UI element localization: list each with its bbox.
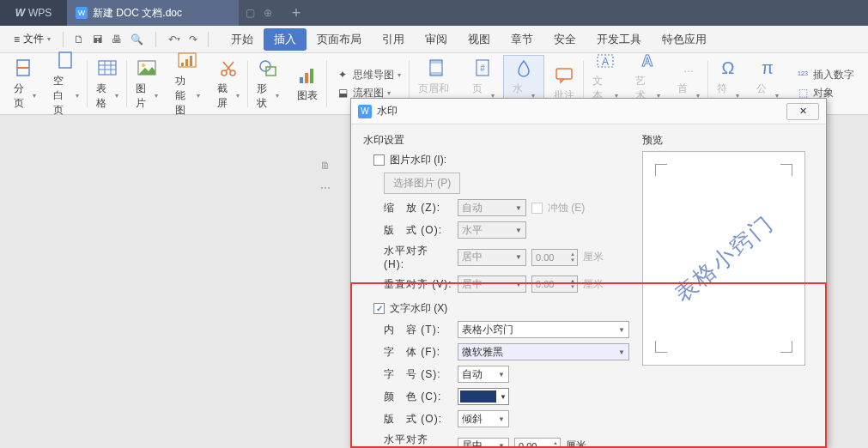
svg-text:A: A [642, 52, 653, 70]
layout2-label: 版 式 (O): [384, 412, 452, 427]
fontsize-combo[interactable]: 自动▼ [458, 366, 509, 383]
screenshot-button[interactable]: 截屏▾ [214, 56, 243, 112]
pi-icon: π [756, 58, 779, 80]
dialog-icon: W [358, 105, 372, 118]
tab-security[interactable]: 安全 [543, 28, 586, 51]
tab-page-layout[interactable]: 页面布局 [307, 28, 372, 51]
page-break-icon [14, 58, 36, 80]
feature-icon [176, 50, 198, 72]
tab-review[interactable]: 审阅 [415, 28, 458, 51]
font-label: 字 体 (F): [384, 345, 452, 360]
pic-watermark-label: 图片水印 (I): [390, 153, 446, 167]
valign-spin: 0.00▲▼ [531, 275, 578, 293]
svg-rect-12 [185, 59, 188, 66]
zoom-label: 缩 放 (Z): [384, 201, 452, 215]
tab-insert[interactable]: 插入 [264, 28, 307, 51]
mindmap-icon: ✦ [336, 68, 349, 82]
float-menu-icon[interactable]: ⋯ [318, 180, 333, 196]
preview-label: 预览 [642, 133, 814, 148]
zoom-combo: 自动▼ [458, 199, 526, 216]
screen-icon[interactable]: ▢ [246, 7, 255, 19]
blank-page-icon [55, 50, 77, 72]
document-tab[interactable]: W 新建 DOC 文档.doc [67, 0, 239, 26]
svg-rect-20 [300, 77, 303, 83]
ribbon-tabs: 开始 插入 页面布局 引用 审阅 视图 章节 安全 开发工具 特色应用 [221, 28, 717, 51]
blank-page-button[interactable]: 空白页▾ [50, 48, 82, 119]
file-menu[interactable]: ≡ 文件 ▾ [7, 30, 58, 48]
document-title: 新建 DOC 文档.doc [93, 6, 182, 21]
svg-rect-24 [430, 60, 442, 64]
tab-start[interactable]: 开始 [221, 28, 264, 51]
table-button[interactable]: 表格▾ [93, 56, 122, 112]
select-picture-button[interactable]: 选择图片 (P) [384, 173, 460, 194]
washout-label: 冲蚀 (E) [548, 201, 585, 215]
svg-rect-25 [430, 72, 442, 76]
svg-point-9 [142, 64, 145, 67]
shape-button[interactable]: 形状▾ [253, 56, 282, 112]
watermark-dialog: W 水印 ✕ 水印设置 图片水印 (I): 选择图片 (P) 缩 放 (Z): … [350, 98, 827, 448]
svg-rect-28 [556, 69, 572, 79]
svg-rect-22 [310, 69, 313, 83]
tab-section[interactable]: 章节 [501, 28, 543, 51]
tab-extras: ▢ ⊕ [239, 0, 279, 26]
font-combo[interactable]: 微软雅黑▼ [458, 343, 629, 360]
mindmap-button[interactable]: ✦思维导图▾ [332, 66, 404, 84]
halign2-combo[interactable]: 居中▼ [458, 438, 509, 449]
doc-icon: W [76, 7, 88, 19]
tab-devtools[interactable]: 开发工具 [586, 28, 652, 51]
insert-number-button[interactable]: ¹²³插入数字 [792, 66, 858, 84]
content-label: 内 容 (T): [384, 323, 452, 337]
layout-combo: 水平▼ [458, 221, 526, 239]
redo-icon[interactable]: ↷ [189, 33, 197, 45]
picture-button[interactable]: 图片▾ [132, 56, 161, 112]
svg-rect-13 [190, 56, 192, 66]
save-icon[interactable]: 🖬 [93, 33, 103, 45]
pin-icon[interactable]: ⊕ [264, 7, 272, 19]
picture-icon [136, 58, 158, 80]
wordart-icon: A [636, 50, 659, 72]
svg-rect-2 [59, 52, 71, 68]
chart-button[interactable]: 图表 [293, 63, 322, 105]
dialog-close-button[interactable]: ✕ [786, 103, 819, 120]
svg-text:#: # [480, 64, 485, 73]
print-icon[interactable]: 🖶 [112, 33, 122, 45]
chart-icon [296, 64, 319, 87]
number-icon: ¹²³ [796, 68, 810, 82]
halign-combo: 居中▼ [458, 249, 526, 266]
float-doc-icon[interactable]: 🗎 [318, 158, 333, 173]
svg-point-18 [260, 61, 270, 71]
page-break-button[interactable]: 分页▾ [10, 56, 39, 112]
page-number-icon: # [472, 58, 495, 80]
halign2-spin[interactable]: 0.00▲▼ [514, 438, 561, 449]
layout2-combo[interactable]: 倾斜▼ [458, 410, 509, 427]
comment-icon [553, 64, 575, 87]
text-watermark-label: 文字水印 (X) [390, 301, 447, 316]
content-combo[interactable]: 表格小窍门▼ [458, 321, 629, 338]
text-watermark-checkbox[interactable] [373, 303, 385, 314]
preview-icon[interactable]: 🔍 [131, 33, 143, 45]
pic-watermark-checkbox[interactable] [373, 154, 385, 166]
header-footer-icon [426, 58, 448, 80]
svg-rect-11 [181, 63, 184, 66]
fontsize-label: 字 号 (S): [384, 367, 452, 382]
new-tab-button[interactable]: + [279, 0, 313, 26]
omega-icon: Ω [717, 58, 739, 80]
washout-checkbox [531, 203, 543, 214]
color-label: 颜 色 (C): [384, 390, 452, 404]
color-combo[interactable]: ▼ [458, 388, 509, 405]
tab-special[interactable]: 特色应用 [652, 28, 717, 51]
tab-references[interactable]: 引用 [372, 28, 415, 51]
dropcap-icon: … [677, 58, 700, 80]
tab-view[interactable]: 视图 [458, 28, 501, 51]
app-tab[interactable]: W WPS [0, 0, 67, 26]
feature-pic-button[interactable]: 功能图▾ [172, 48, 204, 119]
new-icon[interactable]: 🗋 [74, 33, 84, 45]
valign-label: 垂直对齐 (V): [384, 277, 452, 292]
undo-icon[interactable]: ↶ ▾ [168, 33, 180, 45]
watermark-icon [513, 58, 535, 80]
layout-label: 版 式 (O): [384, 223, 452, 238]
preview-watermark-text: 表格小窍门 [668, 209, 780, 309]
shape-icon [257, 58, 279, 80]
svg-rect-21 [305, 73, 308, 83]
flowchart-icon: ⬓ [336, 86, 349, 100]
